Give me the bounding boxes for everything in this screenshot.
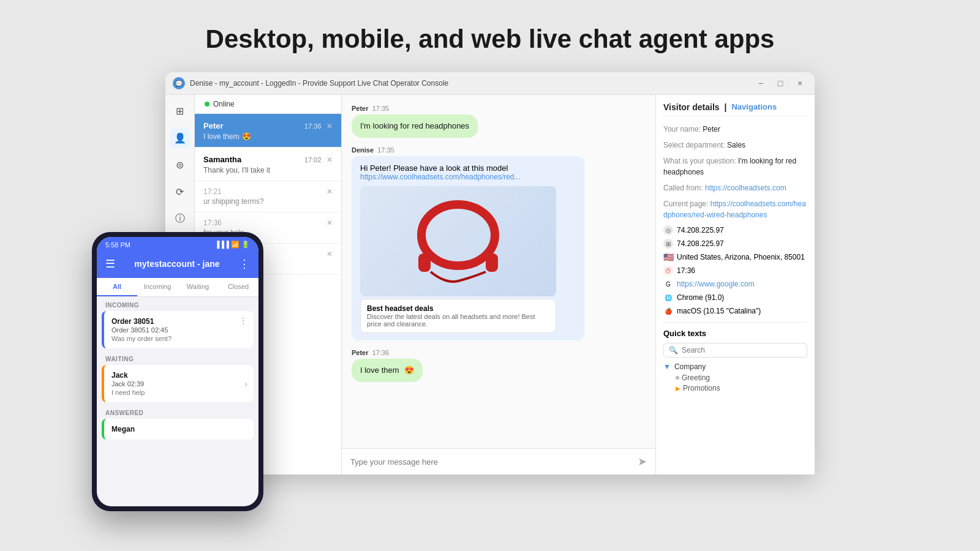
mobile-header: ☰ mytestaccount - jane ⋮ bbox=[97, 252, 258, 278]
app-icon: 💬 bbox=[173, 77, 185, 89]
mobile-chat-jack[interactable]: Jack Jack 02:39 I need help › bbox=[102, 365, 254, 402]
maximize-button[interactable]: □ bbox=[773, 76, 788, 91]
qt-promotions[interactable]: ▶ Promotions bbox=[663, 384, 807, 392]
product-card: Best headset deals Discover the latest d… bbox=[360, 299, 556, 333]
product-desc: Discover the latest deals on all headset… bbox=[367, 313, 549, 328]
mobile-phone: 5:58 PM ▐▐▐ 📶 🔋 ☰ mytestaccount - jane ⋮… bbox=[92, 232, 263, 511]
samantha-time: 17:02 bbox=[304, 156, 322, 163]
chat-item-anon1[interactable]: 17:21 ✕ ur shipping terms? bbox=[195, 181, 341, 212]
peter-preview: I love them bbox=[203, 132, 239, 141]
mobile-order-name: Order 38051 bbox=[111, 317, 246, 326]
mobile-order-dots[interactable]: ⋮ bbox=[239, 316, 247, 326]
sidebar-info-icon[interactable]: ⓘ bbox=[170, 209, 190, 228]
detail-ip2: ⊞ 74.208.225.97 bbox=[663, 239, 807, 249]
mobile-waiting-label: WAITING bbox=[97, 351, 258, 365]
anon1-close[interactable]: ✕ bbox=[326, 187, 333, 196]
samantha-close[interactable]: ✕ bbox=[326, 156, 333, 164]
detail-name: Your name: Peter bbox=[663, 124, 807, 135]
peter-bubble-question: I'm looking for red headphones bbox=[352, 114, 478, 138]
mobile-order-msg: Was my order sent? bbox=[111, 335, 246, 342]
qt-company: ▼ Company bbox=[663, 362, 807, 371]
msg-peter-question: Peter 17:35 I'm looking for red headphon… bbox=[352, 105, 646, 138]
anon2-close[interactable]: ✕ bbox=[326, 219, 333, 227]
detail-location: 🇺🇸 United States, Arizona, Phoenix, 8500… bbox=[663, 252, 807, 262]
search-icon: 🔍 bbox=[669, 346, 678, 354]
love-text: I love them bbox=[360, 365, 399, 376]
detail-referrer: G https://www.google.com bbox=[663, 279, 807, 289]
anon3-close[interactable]: ✕ bbox=[326, 250, 333, 258]
detail-called-from: Called from: https://coolheadsets.com bbox=[663, 182, 807, 193]
qt-greeting[interactable]: Greeting bbox=[663, 373, 807, 382]
mobile-answered-label: ANSWERED bbox=[97, 405, 258, 419]
message-input[interactable] bbox=[350, 457, 633, 467]
mobile-jack-arrow[interactable]: › bbox=[244, 379, 247, 389]
detail-time: ⏱ 17:36 bbox=[663, 266, 807, 276]
mobile-menu-icon[interactable]: ☰ bbox=[105, 257, 115, 271]
detail-question: What is your question: I'm looking for r… bbox=[663, 156, 807, 178]
mobile-more-icon[interactable]: ⋮ bbox=[239, 257, 250, 271]
mobile-order-sub: Order 38051 02:45 bbox=[111, 326, 246, 334]
status-bar: Online bbox=[195, 95, 341, 114]
chat-input-area: ➤ bbox=[342, 448, 655, 474]
status-text: Online bbox=[213, 100, 235, 108]
sidebar-settings-icon[interactable]: ⟳ bbox=[170, 182, 190, 201]
sidebar-search-icon[interactable]: ⊚ bbox=[170, 155, 190, 174]
product-title: Best headset deals bbox=[367, 304, 549, 313]
google-icon: G bbox=[663, 279, 673, 289]
mobile-tab-incoming[interactable]: Incoming bbox=[137, 278, 178, 296]
window-title: Denise - my_account - LoggedIn - Provide… bbox=[190, 79, 753, 88]
detail-os: 🍎 macOS (10.15 "Catalina") bbox=[663, 306, 807, 316]
window-controls: − □ × bbox=[753, 76, 807, 91]
visitor-panel: Visitor details | Navigations Your name:… bbox=[655, 95, 815, 474]
denise-msg-content: Hi Peter! Please have a look at this mod… bbox=[352, 156, 584, 340]
chat-main: Peter 17:35 I'm looking for red headphon… bbox=[342, 95, 655, 474]
mobile-chat-order[interactable]: Order 38051 Order 38051 02:45 Was my ord… bbox=[102, 311, 254, 348]
peter-bubble-love: I love them 😍 bbox=[352, 359, 423, 382]
love-emoji: 😍 bbox=[404, 365, 414, 376]
mobile-tabs: All Incoming Waiting Closed bbox=[97, 278, 258, 297]
chrome-icon: 🌐 bbox=[663, 293, 673, 302]
headphone-svg bbox=[397, 198, 519, 284]
greeting-dot bbox=[676, 376, 679, 380]
search-input[interactable] bbox=[682, 346, 802, 354]
mobile-tab-all[interactable]: All bbox=[97, 278, 137, 296]
mobile-signal-icons: ▐▐▐ 📶 🔋 bbox=[215, 241, 251, 249]
mobile-tab-waiting[interactable]: Waiting bbox=[178, 278, 218, 296]
svg-rect-1 bbox=[418, 253, 431, 272]
detail-ip1: ⊙ 74.208.225.97 bbox=[663, 225, 807, 235]
mobile-chat-megan[interactable]: Megan bbox=[102, 419, 254, 440]
send-button[interactable]: ➤ bbox=[638, 455, 647, 468]
page-title: Desktop, mobile, and web live chat agent… bbox=[206, 24, 775, 54]
quick-texts-header: Quick texts bbox=[663, 329, 807, 338]
mobile-account-name: mytestaccount - jane bbox=[134, 259, 219, 269]
window-titlebar: 💬 Denise - my_account - LoggedIn - Provi… bbox=[165, 72, 815, 95]
mobile-statusbar: 5:58 PM ▐▐▐ 📶 🔋 bbox=[97, 237, 258, 252]
mobile-jack-msg: I need help bbox=[111, 389, 246, 396]
denise-link[interactable]: https://www.coolheadsets.com/headphones/… bbox=[360, 173, 576, 181]
chat-item-samantha[interactable]: Samantha 17:02 ✕ Thank you, I'll take it bbox=[195, 148, 341, 181]
section-divider bbox=[663, 322, 807, 323]
flag-icon: 🇺🇸 bbox=[663, 252, 673, 262]
mobile-jack-name: Jack bbox=[111, 371, 246, 380]
ip-icon: ⊙ bbox=[663, 225, 673, 235]
close-button[interactable]: × bbox=[793, 76, 807, 91]
headphone-image bbox=[360, 186, 556, 296]
minimize-button[interactable]: − bbox=[753, 76, 768, 91]
peter-time: 17:36 bbox=[304, 122, 322, 130]
sidebar-home-icon[interactable]: ⊞ bbox=[170, 101, 190, 121]
mobile-tab-closed[interactable]: Closed bbox=[218, 278, 258, 296]
mobile-incoming-label: INCOMING bbox=[97, 297, 258, 311]
visitor-details-title: Visitor details bbox=[663, 102, 720, 112]
peter-sender-info: Peter 17:35 bbox=[352, 105, 646, 112]
peter-emoji: 😍 bbox=[242, 132, 251, 141]
sidebar-chat-icon[interactable]: 👤 bbox=[170, 128, 190, 148]
navigations-link[interactable]: Navigations bbox=[731, 102, 777, 112]
mobile-megan-name: Megan bbox=[111, 425, 246, 433]
clock-icon: ⏱ bbox=[663, 266, 673, 276]
chat-messages: Peter 17:35 I'm looking for red headphon… bbox=[342, 95, 655, 448]
peter-name: Peter bbox=[203, 121, 224, 130]
svg-point-0 bbox=[421, 204, 495, 266]
chat-item-peter[interactable]: Peter 17:36 ✕ I love them 😍 bbox=[195, 114, 341, 148]
online-indicator bbox=[205, 102, 209, 107]
peter-close[interactable]: ✕ bbox=[326, 122, 333, 130]
